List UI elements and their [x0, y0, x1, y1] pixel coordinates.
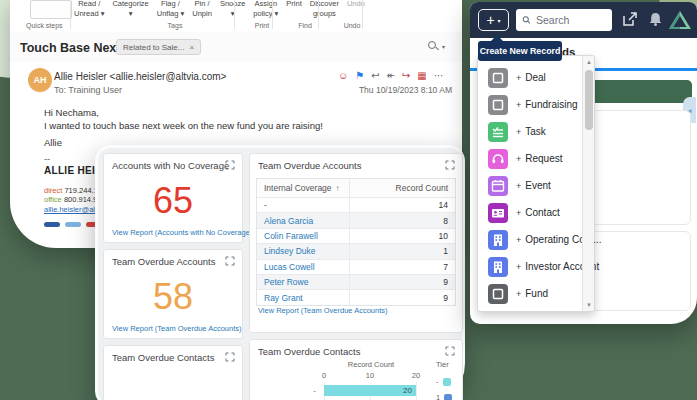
linkedin-icon[interactable]	[44, 222, 60, 227]
coverage-link[interactable]: Colin Farawell	[257, 229, 350, 243]
external-link-icon[interactable]	[622, 11, 638, 27]
ribbon-button-print[interactable]: Print	[286, 0, 301, 19]
magnifier-icon-tail	[435, 47, 439, 51]
view-report-link[interactable]: View Report (Accounts with No Coverage)	[112, 228, 252, 237]
zoom-control[interactable]: ▾	[428, 40, 450, 54]
menu-item-label: Event	[525, 180, 551, 191]
search-input[interactable]	[536, 14, 606, 26]
view-report-link[interactable]: View Report (Team Overdue Accounts)	[112, 324, 242, 333]
ribbon-button-flag-unflag[interactable]: Flag /Unflag ▾	[157, 0, 185, 19]
card-team-overdue-contacts-chart: Team Overdue Contacts Record Count 0 10 …	[249, 339, 463, 400]
menu-item-deal[interactable]: + Deal	[478, 64, 582, 91]
scroll-up-icon[interactable]: ▲	[583, 59, 595, 65]
ribbon-group-find: Find	[283, 22, 327, 29]
global-search[interactable]	[516, 9, 612, 31]
ribbon-group-tags: Tags	[153, 22, 197, 29]
bell-icon[interactable]	[648, 11, 663, 27]
count-cell: 7	[350, 260, 455, 274]
chart-bar-tier-dash[interactable]: 20	[324, 385, 416, 396]
new-record-button[interactable]: + ▾	[478, 9, 509, 31]
tag-close-icon[interactable]: ×	[189, 43, 194, 52]
ribbon-button-read-unread[interactable]: Read /Unread ▾	[74, 0, 104, 19]
column-header-internal-coverage[interactable]: Internal Coverage ↑	[257, 179, 350, 197]
forward-icon[interactable]: ↪	[402, 70, 410, 81]
menu-item-operating-company[interactable]: + Operating Com...	[478, 226, 582, 253]
plus-icon: +	[486, 13, 494, 27]
menu-item-task[interactable]: + Task	[478, 118, 582, 145]
metric-value: 65	[104, 180, 242, 222]
create-new-record-dropdown: + Deal + Fundraising + Task + Request	[477, 55, 595, 312]
scrollbar-thumb[interactable]	[585, 70, 593, 130]
contact-card-icon	[488, 203, 508, 223]
card-title: Team Overdue Contacts	[258, 346, 360, 357]
coverage-link[interactable]: Lucas Cowell	[257, 260, 350, 274]
plus-icon: +	[516, 208, 521, 218]
related-record-tag[interactable]: Related to Sale... ×	[116, 39, 201, 55]
card-team-overdue-contacts-metric: Team Overdue Contacts	[103, 345, 243, 400]
task-icon	[488, 122, 508, 142]
menu-item-event[interactable]: + Event	[478, 172, 582, 199]
ribbon-button-categorize[interactable]: Categorize▾	[112, 0, 148, 19]
gridline	[416, 382, 417, 400]
global-navbar: + ▾	[470, 2, 697, 38]
column-header-record-count[interactable]: Record Count	[350, 179, 455, 197]
ribbon-button-snooze[interactable]: Snooze▾	[220, 0, 245, 19]
reply-all-icon[interactable]: ↞	[387, 70, 395, 81]
legend-title: Tier	[436, 360, 449, 369]
menu-items: + Deal + Fundraising + Task + Request	[478, 64, 582, 307]
coverage-link[interactable]: Alena Garcia	[257, 213, 350, 227]
legend-swatch	[444, 394, 452, 400]
reply-icon[interactable]: ↩	[371, 70, 379, 81]
table-row: Colin Farawell 10	[257, 228, 455, 243]
menu-item-label: Contact	[525, 207, 559, 218]
category-label: -	[298, 386, 316, 395]
ribbon-divider	[234, 0, 235, 29]
email-body-line: Hi Nechama,	[44, 106, 323, 119]
menu-item-fundraising[interactable]: + Fundraising	[478, 91, 582, 118]
expand-icon[interactable]	[225, 256, 235, 266]
ribbon-button-assign-policy[interactable]: Assignpolicy ▾	[253, 0, 278, 19]
more-icon[interactable]: ⋯	[434, 70, 444, 81]
view-report-link[interactable]: View Report (Team Overdue Accounts)	[258, 306, 388, 315]
expand-icon[interactable]	[445, 346, 455, 356]
twitter-icon[interactable]	[65, 222, 81, 227]
table-row: Alena Garcia 8	[257, 212, 455, 227]
menu-item-request[interactable]: + Request	[478, 145, 582, 172]
smiley-icon[interactable]: ☺	[338, 70, 348, 81]
table-row: Peter Rowe 9	[257, 274, 455, 289]
sort-ascending-icon: ↑	[336, 184, 340, 193]
ribbon-button-pin-unpin[interactable]: Pin /Unpin	[192, 0, 212, 19]
plus-icon: +	[516, 154, 521, 164]
coverage-link[interactable]: Peter Rowe	[257, 275, 350, 289]
altvia-logo-icon	[668, 9, 692, 31]
card-accounts-no-coverage: Accounts with No Coverage 65 View Report…	[103, 153, 243, 243]
building-icon	[488, 230, 508, 250]
bar-value-label: 20	[403, 386, 412, 395]
menu-item-investor-account[interactable]: + Investor Account	[478, 253, 582, 280]
related-record-tag-label: Related to Sale...	[123, 43, 184, 52]
menu-item-label: Fundraising	[525, 99, 577, 110]
coverage-link[interactable]: Ray Grant	[257, 290, 350, 304]
flag-icon[interactable]: ⚑	[355, 70, 364, 81]
email-body-line: I wanted to touch base next week on the …	[44, 119, 323, 132]
expand-icon[interactable]	[445, 160, 455, 170]
custom-object-icon	[488, 95, 508, 115]
avatar: AH	[28, 68, 52, 92]
menu-item-fund[interactable]: + Fund	[478, 280, 582, 307]
expand-icon[interactable]	[225, 352, 235, 362]
expand-icon[interactable]	[225, 160, 235, 170]
calendar-icon[interactable]: ▦	[417, 70, 426, 81]
quick-steps-gallery[interactable]	[30, 0, 72, 19]
menu-item-contact[interactable]: + Contact	[478, 199, 582, 226]
menu-item-label: Task	[525, 126, 546, 137]
card-team-overdue-accounts-table: Team Overdue Accounts Internal Coverage …	[249, 153, 463, 333]
table-row: Lindsey Duke 1	[257, 243, 455, 258]
scrollbar[interactable]: ▲ ▼	[582, 56, 594, 311]
card-team-overdue-accounts-metric: Team Overdue Accounts 58 View Report (Te…	[103, 249, 243, 339]
menu-item-label: Fund	[525, 288, 548, 299]
legend-entry: 1	[436, 393, 452, 400]
stage: Quick steps Read /Unread ▾ Categorize▾ F…	[0, 0, 697, 400]
scroll-down-icon[interactable]: ▼	[583, 302, 595, 308]
coverage-link[interactable]: Lindsey Duke	[257, 244, 350, 258]
ribbon-button-discover-groups[interactable]: Discovergroups	[310, 0, 339, 19]
